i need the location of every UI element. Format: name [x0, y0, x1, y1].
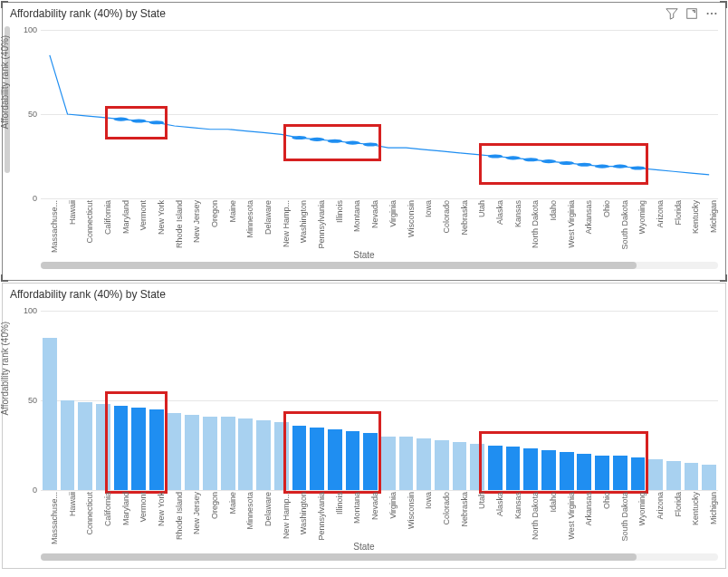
x-tick: Maryland [121, 492, 130, 525]
bar[interactable] [292, 426, 307, 490]
data-point[interactable] [345, 141, 359, 145]
bar[interactable] [96, 404, 110, 490]
bar[interactable] [631, 457, 646, 490]
x-tick: Maryland [121, 200, 130, 234]
bar[interactable] [256, 420, 271, 490]
more-options-icon[interactable] [705, 7, 718, 20]
x-tick: Rhode Island [175, 492, 184, 540]
data-point[interactable] [488, 154, 503, 158]
x-tick: Nebraska [460, 200, 469, 236]
x-tick: Connecticut [85, 492, 94, 535]
resize-handle-br[interactable] [718, 273, 727, 282]
bar[interactable] [399, 437, 414, 490]
bar[interactable] [470, 444, 484, 490]
bar[interactable] [238, 418, 253, 490]
bar[interactable] [523, 448, 538, 490]
line-chart-panel[interactable]: Affordability rank (40%) by State Afford… [2, 2, 726, 281]
bar[interactable] [43, 338, 57, 490]
bar[interactable] [595, 456, 609, 490]
bar[interactable] [435, 440, 449, 490]
bar[interactable] [560, 452, 574, 490]
bar[interactable] [685, 463, 699, 490]
data-point[interactable] [541, 159, 556, 163]
x-tick: Illinois [335, 200, 344, 223]
x-tick: Kentucky [691, 492, 700, 525]
bar[interactable] [577, 454, 591, 490]
bar[interactable] [363, 433, 378, 490]
x-tick: North Dakota [531, 200, 540, 248]
bar[interactable] [506, 447, 521, 490]
bar[interactable] [310, 428, 324, 490]
data-point[interactable] [310, 138, 324, 141]
scrollbar-thumb[interactable] [41, 262, 637, 269]
x-tick: Colorado [442, 492, 451, 525]
x-tick: Montana [352, 200, 361, 232]
bar[interactable] [203, 417, 217, 490]
bar[interactable] [381, 437, 396, 490]
x-tick: Nevada [370, 492, 379, 520]
horizontal-scrollbar[interactable] [41, 262, 718, 269]
svg-point-2 [711, 13, 713, 14]
x-tick: Minnesota [245, 492, 254, 530]
bar[interactable] [613, 456, 627, 490]
data-point[interactable] [131, 119, 146, 122]
x-tick: Connecticut [85, 200, 94, 244]
bar[interactable] [78, 402, 92, 490]
x-tick: Iowa [424, 492, 433, 509]
data-point[interactable] [328, 139, 342, 143]
horizontal-scrollbar[interactable] [41, 553, 718, 561]
data-point[interactable] [363, 142, 378, 146]
bar[interactable] [114, 406, 129, 490]
bar[interactable] [274, 422, 289, 490]
bar[interactable] [61, 400, 75, 490]
scrollbar-thumb[interactable] [41, 553, 637, 561]
data-point[interactable] [630, 166, 645, 169]
x-tick: Arizona [656, 200, 665, 228]
data-point[interactable] [149, 120, 164, 124]
chart-title: Affordability rank (40%) by State [10, 288, 166, 301]
bar[interactable] [488, 446, 503, 491]
chart-title: Affordability rank (40%) by State [10, 7, 166, 20]
x-tick: Michigan [709, 200, 718, 233]
bar[interactable] [221, 417, 235, 490]
x-tick: Washington [299, 492, 308, 534]
data-point[interactable] [292, 136, 306, 139]
data-point[interactable] [523, 158, 538, 161]
bar[interactable] [328, 429, 342, 490]
bar[interactable] [453, 442, 467, 490]
x-tick: New York [157, 492, 166, 526]
x-tick: California [103, 200, 112, 235]
bar[interactable] [131, 408, 146, 490]
x-tick: South Dakota [620, 492, 629, 542]
bar[interactable] [702, 465, 716, 490]
resize-handle-tl[interactable] [1, 1, 10, 10]
x-tick: Arkansas [584, 492, 593, 526]
data-point[interactable] [595, 165, 609, 168]
x-tick: Delaware [263, 200, 273, 235]
resize-handle-tr[interactable] [718, 1, 727, 10]
bar[interactable] [666, 461, 681, 490]
x-tick: Delaware [263, 492, 273, 526]
bar[interactable] [168, 413, 182, 490]
data-point[interactable] [505, 156, 520, 159]
x-tick: Kansas [513, 492, 522, 519]
bar[interactable] [346, 431, 360, 490]
panel-header: Affordability rank (40%) by State [3, 284, 725, 305]
filter-icon[interactable] [666, 7, 678, 20]
resize-handle-bl[interactable] [1, 273, 10, 282]
x-axis-label: State [3, 542, 725, 552]
data-point[interactable] [577, 163, 591, 167]
focus-mode-icon[interactable] [685, 7, 698, 20]
data-point[interactable] [613, 165, 627, 168]
bar-chart-panel[interactable]: Affordability rank (40%) by State Afford… [2, 283, 726, 569]
bar[interactable] [648, 459, 663, 490]
svg-point-3 [714, 13, 716, 14]
bar[interactable] [541, 450, 556, 490]
bar[interactable] [417, 438, 431, 490]
x-tick: West Virginia [567, 200, 576, 248]
bar[interactable] [185, 415, 199, 490]
y-axis-ticks: 100 50 0 [23, 311, 39, 490]
data-point[interactable] [559, 161, 573, 165]
bar[interactable] [149, 409, 164, 490]
data-point[interactable] [113, 118, 128, 121]
